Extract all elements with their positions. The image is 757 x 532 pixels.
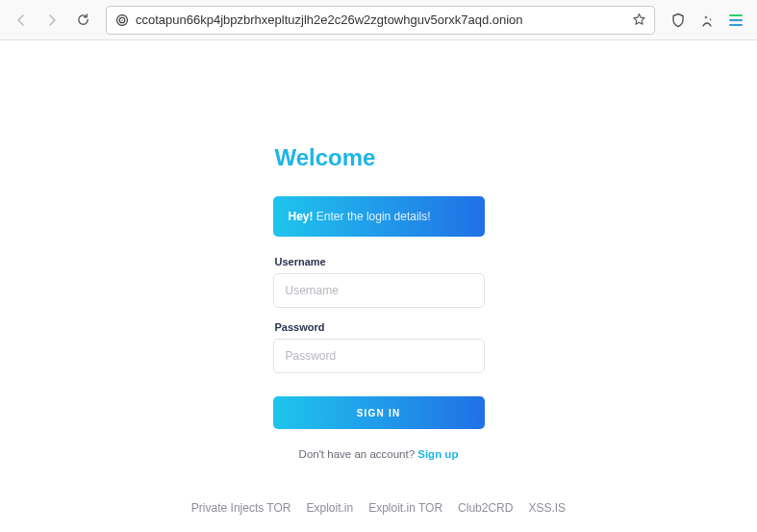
login-container: Welcome Hey! Enter the login details! Us… (273, 144, 485, 460)
footer-link[interactable]: XSS.IS (528, 501, 566, 515)
arrow-left-icon (13, 13, 29, 28)
onion-site-icon (114, 13, 130, 28)
password-input[interactable] (273, 339, 485, 373)
arrow-right-icon (44, 13, 60, 28)
username-label: Username (275, 256, 485, 267)
footer-link[interactable]: Private Injects TOR (191, 501, 291, 515)
back-button[interactable] (8, 7, 35, 34)
footer-link[interactable]: Club2CRD (458, 501, 513, 515)
page-title: Welcome (275, 144, 485, 171)
toolbar-right (665, 7, 749, 34)
footer-links: Private Injects TOR Exploit.in Exploit.i… (0, 501, 757, 515)
signup-prompt-row: Don't have an account? Sign up (273, 448, 485, 460)
footer-link[interactable]: Exploit.in TOR (368, 501, 442, 515)
footer-link[interactable]: Exploit.in (306, 501, 353, 515)
bookmark-star-icon[interactable] (631, 13, 646, 28)
signin-button[interactable]: SIGN IN (273, 396, 485, 429)
url-bar[interactable]: ccotapun66kp4jbpzbrhxepltuzjlh2e2c26w2zg… (106, 6, 655, 35)
password-label: Password (275, 321, 485, 333)
info-banner: Hey! Enter the login details! (273, 196, 485, 237)
reload-button[interactable] (69, 7, 96, 34)
page-content: Welcome Hey! Enter the login details! Us… (0, 40, 757, 532)
shield-icon[interactable] (665, 7, 692, 34)
username-input[interactable] (273, 273, 485, 308)
reload-icon (76, 13, 90, 27)
menu-icon[interactable] (722, 7, 749, 34)
banner-text: Enter the login details! (316, 210, 431, 223)
new-identity-icon[interactable] (694, 7, 720, 34)
signup-prompt: Don't have an account? (299, 448, 418, 460)
hamburger-icon (729, 14, 743, 26)
url-text: ccotapun66kp4jbpzbrhxepltuzjlh2e2c26w2zg… (136, 6, 625, 35)
browser-toolbar: ccotapun66kp4jbpzbrhxepltuzjlh2e2c26w2zg… (0, 0, 757, 40)
signup-link[interactable]: Sign up (417, 448, 458, 460)
banner-bold: Hey! (289, 210, 314, 223)
svg-point-2 (121, 19, 122, 20)
forward-button[interactable] (38, 7, 65, 34)
